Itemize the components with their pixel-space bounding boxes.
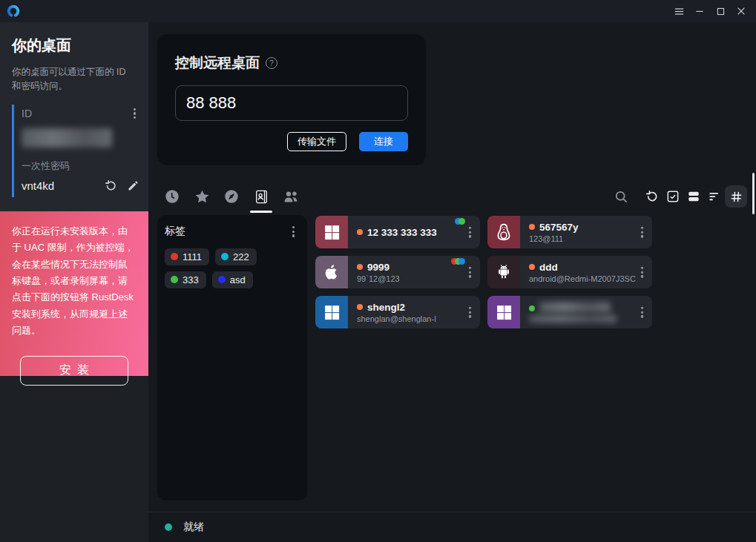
tags-title: 标签	[165, 225, 185, 238]
peer-name-censored	[539, 302, 611, 313]
peer-card[interactable]: 567567y 123@111	[487, 216, 652, 248]
grid-view-icon[interactable]	[725, 185, 747, 208]
peer-menu-button[interactable]	[467, 225, 473, 240]
status-dot	[357, 264, 363, 270]
tag-label: asd	[230, 274, 246, 285]
peer-menu-button[interactable]	[639, 265, 645, 280]
status-ready-dot	[165, 523, 172, 531]
tag-pill[interactable]: 222	[215, 248, 257, 265]
tab-address-book[interactable]	[252, 188, 270, 205]
peer-menu-button[interactable]	[639, 305, 645, 320]
connect-title: 控制远程桌面	[175, 53, 260, 73]
desktop-id-block: ID 一次性密码 vnt4kd	[12, 105, 148, 198]
peer-menu-button[interactable]	[639, 225, 645, 240]
tag-label: 222	[233, 251, 249, 262]
refresh-password-icon[interactable]	[104, 179, 118, 193]
scrollbar-thumb[interactable]	[752, 173, 755, 214]
group-icon	[282, 188, 300, 205]
main-area: 控制远程桌面 ? 传输文件 连接	[148, 22, 756, 542]
help-icon[interactable]: ?	[266, 57, 277, 69]
peer-subtitle: android@Redmi-M2007J3SC	[529, 274, 652, 283]
tag-pill[interactable]: asd	[212, 271, 253, 288]
tag-label: 1111	[183, 251, 202, 262]
tab-group[interactable]	[282, 188, 300, 205]
window-controls	[668, 1, 752, 22]
peer-name: 12 333 333 333	[367, 227, 437, 238]
cards-view-icon[interactable]	[683, 186, 704, 207]
tag-color-dot	[171, 276, 178, 283]
peer-card[interactable]: 9999 99`12@123	[315, 256, 480, 288]
password-value: vnt4kd	[22, 179, 54, 192]
peer-menu-button[interactable]	[467, 265, 473, 280]
peer-card[interactable]	[487, 296, 652, 328]
peer-tab-bar	[157, 179, 747, 214]
status-dot	[357, 229, 363, 235]
refresh-icon[interactable]	[642, 186, 663, 207]
password-label: 一次性密码	[22, 159, 141, 173]
minimize-button[interactable]	[689, 1, 710, 22]
tab-discovered[interactable]	[223, 188, 240, 205]
windows-icon	[487, 296, 520, 328]
peer-toolbar	[611, 185, 747, 208]
menu-icon[interactable]	[668, 1, 689, 22]
tag-label: 333	[183, 274, 199, 285]
status-text: 就绪	[183, 520, 204, 534]
tag-pill[interactable]: 1111	[165, 248, 209, 265]
address-book-icon	[254, 189, 269, 205]
windows-icon	[315, 296, 348, 328]
tag-color-dot	[218, 276, 226, 283]
sidebar: 你的桌面 你的桌面可以通过下面的 ID 和密码访问。 ID 一次性密码 vnt4…	[0, 22, 148, 542]
id-label: ID	[22, 108, 32, 119]
windows-icon	[315, 216, 348, 248]
android-icon	[487, 256, 520, 288]
peer-card[interactable]: ddd android@Redmi-M2007J3SC	[487, 256, 652, 288]
sort-icon[interactable]	[704, 186, 725, 207]
apple-icon	[315, 256, 348, 288]
sidebar-bottom-filler	[0, 376, 148, 542]
peer-name: 567567y	[539, 222, 579, 233]
sidebar-title: 你的桌面	[12, 36, 137, 56]
peer-name: shengl2	[367, 302, 405, 313]
search-icon[interactable]	[611, 186, 631, 207]
transfer-file-button[interactable]: 传输文件	[287, 132, 346, 151]
peer-menu-button[interactable]	[467, 305, 473, 320]
peer-tag-dots	[458, 218, 465, 225]
connect-button[interactable]: 连接	[359, 132, 408, 151]
tags-panel: 标签 1111 222 333 asd	[157, 215, 307, 500]
connect-panel: 控制远程桌面 ? 传输文件 连接	[157, 34, 426, 165]
compass-icon	[223, 188, 240, 205]
titlebar	[0, 0, 756, 22]
peer-subtitle: 123@111	[529, 234, 652, 243]
peer-subtitle: shenglan@shenglan-l	[357, 314, 480, 323]
peer-card[interactable]: 12 333 333 333	[315, 216, 480, 248]
select-checkbox-icon[interactable]	[663, 186, 683, 207]
tags-menu-button[interactable]	[290, 224, 297, 239]
edit-pencil-icon[interactable]	[127, 179, 139, 192]
peer-name: 9999	[367, 262, 389, 273]
tag-color-dot	[221, 253, 229, 260]
peer-name: ddd	[539, 262, 558, 273]
tag-color-dot	[171, 253, 178, 260]
tag-pill[interactable]: 333	[165, 271, 206, 288]
status-bar: 就绪	[148, 512, 756, 542]
tab-recent-sessions[interactable]	[163, 188, 181, 205]
maximize-button[interactable]	[710, 1, 731, 22]
peer-subtitle-censored	[529, 315, 617, 323]
install-warning-panel: 你正在运行未安装版本，由于 UAC 限制，作为被控端，会在某些情况下无法控制鼠标…	[0, 211, 148, 376]
peer-tag-dots	[454, 258, 465, 265]
install-button[interactable]: 安装	[20, 356, 128, 386]
linux-tux-icon	[487, 216, 520, 248]
star-icon	[194, 188, 211, 205]
remote-id-input[interactable]	[175, 85, 408, 121]
tab-favorites[interactable]	[193, 188, 211, 205]
status-dot	[529, 224, 535, 230]
status-dot	[529, 264, 535, 270]
id-menu-button[interactable]	[131, 106, 138, 122]
sidebar-subtitle: 你的桌面可以通过下面的 ID 和密码访问。	[12, 65, 137, 94]
rustdesk-logo-icon	[6, 4, 21, 19]
close-button[interactable]	[731, 1, 752, 22]
peer-card[interactable]: shengl2 shenglan@shenglan-l	[315, 296, 480, 328]
peer-card-grid: 12 333 333 333 567567y 123@111 9999 99`1…	[315, 216, 652, 328]
status-dot	[529, 305, 535, 311]
desktop-id-censored	[22, 128, 112, 148]
